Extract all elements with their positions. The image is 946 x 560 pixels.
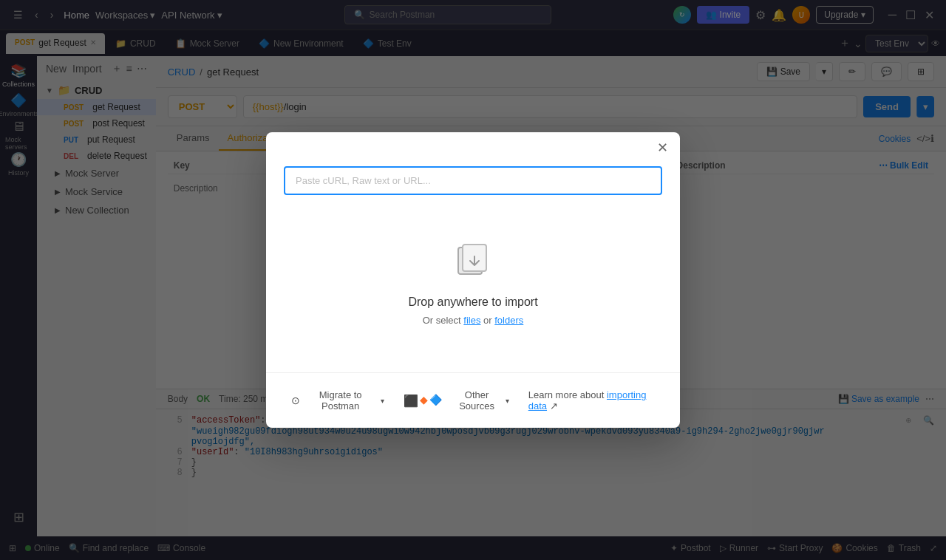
migrate-button[interactable]: ⊙ Migrate to Postman ▾	[284, 385, 392, 416]
modal-footer: ⊙ Migrate to Postman ▾ ⬛ ◆ 🔷 Other Sourc…	[266, 372, 680, 428]
other-sources-button[interactable]: Other Sources ▾	[445, 385, 516, 416]
modal-close-button[interactable]: ✕	[657, 141, 668, 154]
import-drop-icon	[455, 242, 491, 284]
migrate-icon: ⊙	[291, 395, 300, 406]
migrate-caret-icon: ▾	[381, 397, 384, 405]
other-sources-caret-icon: ▾	[506, 397, 509, 405]
github-icon: ⬛	[404, 394, 418, 408]
modal-drop-area: Drop anywhere to import Or select files …	[284, 207, 662, 361]
modal-paste-input[interactable]	[284, 166, 662, 195]
import-modal: ✕ Drop anywhere to import Or select file…	[266, 132, 680, 428]
brand-icons: ⬛ ◆ 🔷	[404, 394, 442, 408]
modal-drop-text: Drop anywhere to import	[408, 296, 537, 309]
modal-files-link[interactable]: files	[463, 315, 480, 326]
modal-learn-more: Learn more about importing data ↗	[528, 389, 662, 412]
modal-folders-link[interactable]: folders	[494, 315, 523, 326]
modal-header: ✕	[266, 132, 680, 154]
bitbucket-icon: 🔷	[429, 394, 442, 408]
modal-drop-sub: Or select files or folders	[423, 315, 524, 326]
modal-body: Drop anywhere to import Or select files …	[266, 154, 680, 372]
gitlab-icon: ◆	[420, 394, 428, 408]
import-modal-overlay[interactable]: ✕ Drop anywhere to import Or select file…	[0, 0, 946, 560]
other-sources-group: ⬛ ◆ 🔷 Other Sources ▾	[404, 385, 516, 416]
